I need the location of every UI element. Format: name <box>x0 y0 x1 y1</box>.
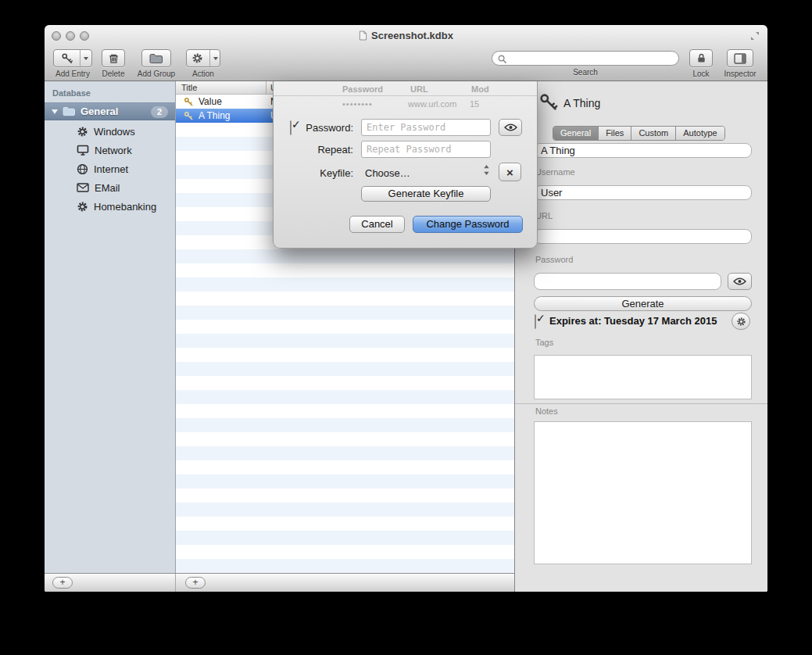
ghost-column-url: URL <box>410 84 428 94</box>
toolbar-item-action: Action <box>185 49 221 78</box>
lock-icon <box>696 52 706 64</box>
lock-button[interactable] <box>689 49 713 67</box>
expires-options-button[interactable] <box>732 313 750 330</box>
url-field[interactable] <box>534 229 752 244</box>
inspector-panel: A Thing General Files Custom Autotype Us… <box>514 81 767 592</box>
sidebar-item-label: Internet <box>94 163 128 175</box>
delete-label: Delete <box>99 70 127 78</box>
sidebar-item-label: Network <box>95 145 132 156</box>
add-group-plus-button[interactable]: + <box>52 577 73 589</box>
add-entry-dropdown[interactable] <box>80 50 91 66</box>
close-button[interactable] <box>52 31 61 41</box>
folder-icon <box>63 106 76 116</box>
enable-password-checkbox[interactable] <box>290 120 292 135</box>
tab-general[interactable]: General <box>553 127 598 140</box>
ghost-modified-value: 15 <box>470 99 479 109</box>
sheet-repeat-label: Repeat: <box>297 144 353 156</box>
globe-icon <box>77 163 88 175</box>
sidebar-item-windows[interactable]: Windows <box>45 122 175 141</box>
chevron-down-icon <box>84 57 88 60</box>
title-field[interactable] <box>534 143 752 158</box>
reveal-password-button[interactable] <box>728 273 752 290</box>
generate-keyfile-button[interactable]: Generate Keyfile <box>361 186 491 202</box>
fullscreen-icon[interactable] <box>750 31 760 41</box>
action-button[interactable] <box>186 49 220 67</box>
action-label: Action <box>185 70 221 78</box>
username-field[interactable] <box>534 185 752 200</box>
minimize-button[interactable] <box>66 31 75 41</box>
window-title: Screenshot.kdbx <box>371 30 453 41</box>
sidebar-item-email[interactable]: EMail <box>45 178 175 197</box>
document-icon <box>359 30 367 41</box>
section-divider <box>515 403 767 404</box>
ghost-password-value: •••••••• <box>342 99 373 109</box>
key-icon <box>538 92 559 113</box>
sidebar-item-label: Homebanking <box>94 201 156 213</box>
add-group-label: Add Group <box>131 70 182 78</box>
cancel-button[interactable]: Cancel <box>349 216 405 233</box>
key-icon <box>184 111 194 121</box>
sidebar-section-header: Database <box>52 88 91 98</box>
entry-title: A Thing <box>199 110 230 121</box>
ghost-column-modified: Mod <box>471 84 489 94</box>
repeat-password-input[interactable] <box>361 141 491 158</box>
toolbar-item-add-group: Add Group <box>131 49 182 78</box>
sidebar-item-label: EMail <box>95 182 120 194</box>
tab-files[interactable]: Files <box>598 127 631 140</box>
folder-icon <box>149 53 163 64</box>
inspector-button[interactable] <box>727 49 753 67</box>
inspector-tabs: General Files Custom Autotype <box>553 126 725 141</box>
gear-icon <box>77 126 88 138</box>
expires-checkbox[interactable] <box>535 314 536 329</box>
notes-field[interactable] <box>534 421 752 564</box>
new-password-input[interactable] <box>361 119 491 136</box>
entry-count-badge: 2 <box>151 106 168 118</box>
clear-keyfile-button[interactable]: × <box>499 163 521 181</box>
disclosure-triangle-icon[interactable] <box>52 109 58 114</box>
column-header-title[interactable]: Title <box>181 83 197 92</box>
tab-autotype[interactable]: Autotype <box>675 127 724 140</box>
tab-custom[interactable]: Custom <box>631 127 675 140</box>
app-window: Screenshot.kdbx Add Entry Delete Add Gro… <box>45 25 767 592</box>
search-label: Search <box>490 68 681 77</box>
reveal-password-button[interactable] <box>499 119 522 136</box>
sidebar-item-network[interactable]: Network <box>45 141 175 159</box>
generate-password-button[interactable]: Generate <box>534 296 752 311</box>
delete-button[interactable] <box>102 49 125 67</box>
pane-divider <box>175 574 176 592</box>
sidebar-group-general[interactable]: General 2 <box>45 102 175 120</box>
add-entry-label: Add Entry <box>49 70 96 78</box>
gear-icon <box>736 317 746 327</box>
password-field[interactable] <box>534 273 721 290</box>
change-password-button[interactable]: Change Password <box>413 216 523 233</box>
entry-title: Value <box>199 96 222 107</box>
keyfile-popup[interactable]: Choose… <box>365 167 410 179</box>
add-entry-button[interactable] <box>53 49 92 67</box>
stepper-icon[interactable] <box>483 164 490 176</box>
window-title-group: Screenshot.kdbx <box>359 30 453 41</box>
tags-label: Tags <box>535 338 553 347</box>
action-dropdown[interactable] <box>209 50 221 66</box>
titlebar: Screenshot.kdbx <box>45 25 767 45</box>
add-group-button[interactable] <box>141 49 171 67</box>
bottom-bar: + + <box>45 573 514 592</box>
search-input[interactable] <box>510 52 674 64</box>
chevron-down-icon <box>213 57 218 60</box>
tags-field[interactable] <box>534 355 752 399</box>
inspector-label: Inspector <box>721 70 759 78</box>
zoom-button[interactable] <box>80 31 89 41</box>
lock-label: Lock <box>687 70 715 78</box>
ghost-column-password: Password <box>342 84 383 94</box>
sidebar-item-homebanking[interactable]: Homebanking <box>45 197 175 216</box>
display-icon <box>77 145 89 156</box>
ghost-url-value: www.url.com <box>408 99 456 109</box>
column-divider[interactable] <box>266 81 266 95</box>
search-field[interactable] <box>492 51 679 66</box>
key-icon <box>184 97 194 107</box>
search-icon <box>497 54 507 64</box>
change-password-sheet: Password URL Mod •••••••• www.url.com 15… <box>273 81 538 249</box>
inspector-panel-icon <box>734 53 746 64</box>
sheet-password-label: Password: <box>297 122 353 134</box>
sidebar-item-internet[interactable]: Internet <box>45 159 175 178</box>
add-entry-plus-button[interactable]: + <box>185 577 206 589</box>
